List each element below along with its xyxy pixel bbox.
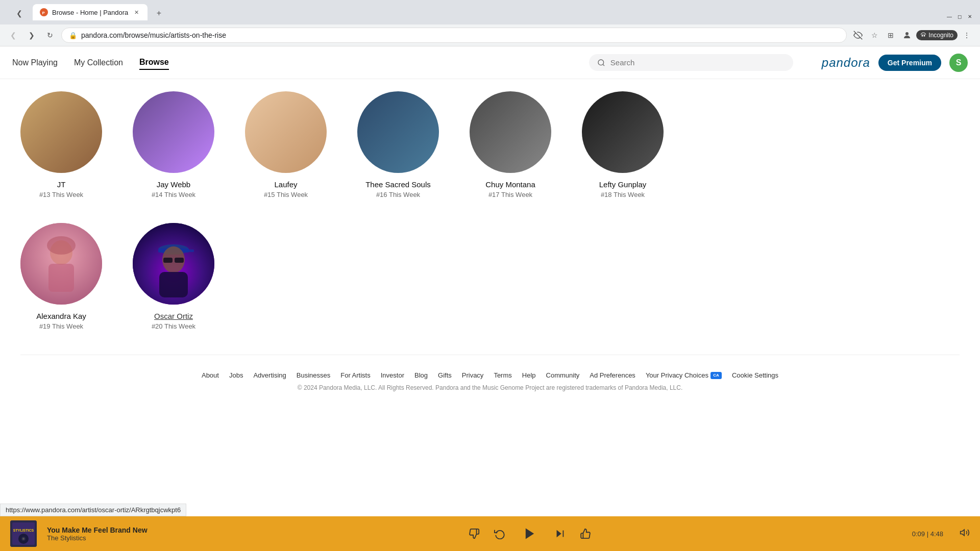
artist-name-thee-sacred-souls: Thee Sacred Souls — [365, 180, 431, 189]
tab-title: Browse - Home | Pandora — [52, 9, 128, 16]
status-url: https://www.pandora.com/artist/oscar-ort… — [6, 506, 181, 514]
artist-rank-jay-webb: #14 This Week — [152, 191, 195, 198]
get-premium-btn[interactable]: Get Premium — [878, 55, 941, 71]
url-input[interactable] — [81, 31, 839, 39]
artist-card-alexandra-kay[interactable]: Alexandra Kay #19 This Week — [20, 223, 102, 330]
search-input[interactable] — [610, 58, 785, 67]
artist-card-thee-sacred-souls[interactable]: Thee Sacred Souls #16 This Week — [357, 91, 439, 198]
svg-point-11 — [47, 236, 76, 255]
svg-text:P: P — [42, 11, 45, 15]
address-bar[interactable]: 🔒 — [61, 28, 847, 43]
thumbs-down-btn[interactable] — [469, 528, 480, 539]
artist-rank-thee-sacred-souls: #16 This Week — [376, 191, 420, 198]
replay-btn[interactable] — [494, 528, 505, 539]
artist-rank-lefty-gunplay: #18 This Week — [601, 191, 645, 198]
forward-btn[interactable]: ❯ — [24, 28, 39, 42]
main-content: JT #13 This Week Jay Webb #14 This Week … — [0, 79, 980, 551]
svg-point-6 — [598, 60, 604, 65]
artist-card-chuy-montana[interactable]: Chuy Montana #17 This Week — [470, 91, 551, 198]
footer-link-cookie-settings[interactable]: Cookie Settings — [732, 371, 778, 379]
tab-back-btn[interactable]: ❮ — [12, 6, 27, 20]
artist-rank-jt: #13 This Week — [39, 191, 83, 198]
artist-rank-alexandra-kay: #19 This Week — [39, 322, 83, 330]
browser-tab[interactable]: P Browse - Home | Pandora ✕ — [33, 4, 148, 20]
footer: About Jobs Advertising Businesses For Ar… — [20, 355, 960, 399]
player-time: 0:09 | 4:48 — [912, 530, 943, 538]
thumbs-up-btn[interactable] — [580, 528, 591, 539]
svg-point-4 — [922, 35, 923, 37]
refresh-btn[interactable]: ↻ — [43, 28, 57, 42]
svg-line-7 — [603, 64, 604, 66]
footer-link-for-artists[interactable]: For Artists — [340, 371, 371, 379]
footer-copyright: © 2024 Pandora Media, LLC. All Rights Re… — [41, 384, 939, 391]
footer-link-community[interactable]: Community — [546, 371, 580, 379]
svg-rect-19 — [175, 258, 184, 263]
my-collection-link[interactable]: My Collection — [74, 56, 123, 69]
footer-link-blog[interactable]: Blog — [414, 371, 428, 379]
player-bar: STYLISTICS You Make Me Feel Brand New Th… — [0, 516, 980, 551]
artist-name-jt: JT — [57, 180, 66, 189]
footer-links: About Jobs Advertising Businesses For Ar… — [41, 371, 939, 379]
extensions-btn[interactable]: ⊞ — [884, 28, 898, 42]
artist-card-lefty-gunplay[interactable]: Lefty Gunplay #18 This Week — [582, 91, 664, 198]
search-icon — [597, 59, 605, 67]
footer-link-terms[interactable]: Terms — [494, 371, 511, 379]
pandora-app: Now Playing My Collection Browse pandora… — [0, 46, 980, 551]
user-avatar[interactable]: S — [949, 54, 968, 72]
tab-favicon: P — [40, 8, 48, 16]
play-btn[interactable] — [520, 523, 540, 544]
footer-link-help[interactable]: Help — [522, 371, 536, 379]
artist-card-jt[interactable]: JT #13 This Week — [20, 91, 102, 198]
svg-rect-17 — [185, 249, 194, 252]
eye-off-btn[interactable] — [851, 28, 865, 42]
artist-name-alexandra-kay: Alexandra Kay — [36, 312, 86, 320]
tab-close-btn[interactable]: ✕ — [132, 8, 140, 16]
footer-link-ad-preferences[interactable]: Ad Preferences — [590, 371, 635, 379]
artist-img-oscar-ortiz — [133, 223, 214, 305]
browser-toolbar: ❮ ❯ ↻ 🔒 ☆ ⊞ Incognito ⋮ — [0, 24, 980, 46]
artist-rank-laufey: #15 This Week — [264, 191, 308, 198]
now-playing-link[interactable]: Now Playing — [12, 56, 58, 69]
player-album-art: STYLISTICS — [10, 520, 37, 547]
artist-card-laufey[interactable]: Laufey #15 This Week — [245, 91, 327, 198]
footer-link-privacy[interactable]: Privacy — [462, 371, 484, 379]
svg-rect-16 — [159, 272, 188, 297]
footer-link-jobs[interactable]: Jobs — [229, 371, 243, 379]
minimize-btn[interactable]: — — [945, 12, 953, 20]
maximize-btn[interactable]: ◻ — [955, 12, 964, 20]
browse-link[interactable]: Browse — [139, 56, 169, 70]
bookmark-btn[interactable]: ☆ — [867, 28, 881, 42]
footer-link-businesses[interactable]: Businesses — [297, 371, 330, 379]
footer-link-gifts[interactable]: Gifts — [438, 371, 452, 379]
close-btn[interactable]: ✕ — [966, 12, 974, 20]
skip-btn[interactable] — [554, 528, 566, 539]
svg-rect-18 — [163, 258, 173, 263]
artist-name-chuy-montana: Chuy Montana — [485, 180, 535, 189]
search-bar[interactable] — [589, 54, 793, 71]
svg-rect-10 — [48, 264, 74, 292]
pandora-logo: pandora — [822, 56, 870, 70]
status-bar: https://www.pandora.com/artist/oscar-ort… — [0, 504, 186, 516]
nav-links: Now Playing My Collection Browse — [12, 56, 169, 70]
profile-btn[interactable] — [900, 28, 914, 42]
menu-btn[interactable]: ⋮ — [960, 28, 974, 42]
total-time: 4:48 — [930, 530, 943, 538]
toolbar-right: ☆ ⊞ Incognito ⋮ — [851, 28, 974, 42]
artist-card-jay-webb[interactable]: Jay Webb #14 This Week — [133, 91, 214, 198]
new-tab-btn[interactable]: + — [152, 6, 166, 20]
footer-link-investor[interactable]: Investor — [381, 371, 404, 379]
footer-link-about[interactable]: About — [202, 371, 219, 379]
browser-chrome: ❮ P Browse - Home | Pandora ✕ + — ◻ ✕ ❮ … — [0, 0, 980, 46]
time-sep: | — [927, 530, 930, 538]
artist-name-jay-webb: Jay Webb — [157, 180, 190, 189]
footer-link-advertising[interactable]: Advertising — [253, 371, 286, 379]
footer-your-privacy-choices[interactable]: Your Privacy Choices CA — [646, 371, 722, 379]
volume-btn[interactable] — [960, 528, 970, 540]
player-artist-name: The Stylistics — [47, 534, 148, 542]
artist-rank-oscar-ortiz: #20 This Week — [152, 322, 195, 330]
back-btn[interactable]: ❮ — [6, 28, 20, 42]
incognito-badge: Incognito — [916, 30, 958, 40]
lock-icon: 🔒 — [69, 32, 77, 39]
artist-card-oscar-ortiz[interactable]: Oscar Ortiz #20 This Week — [133, 223, 214, 330]
top-artists-partial-row: JT #13 This Week Jay Webb #14 This Week … — [20, 91, 960, 198]
